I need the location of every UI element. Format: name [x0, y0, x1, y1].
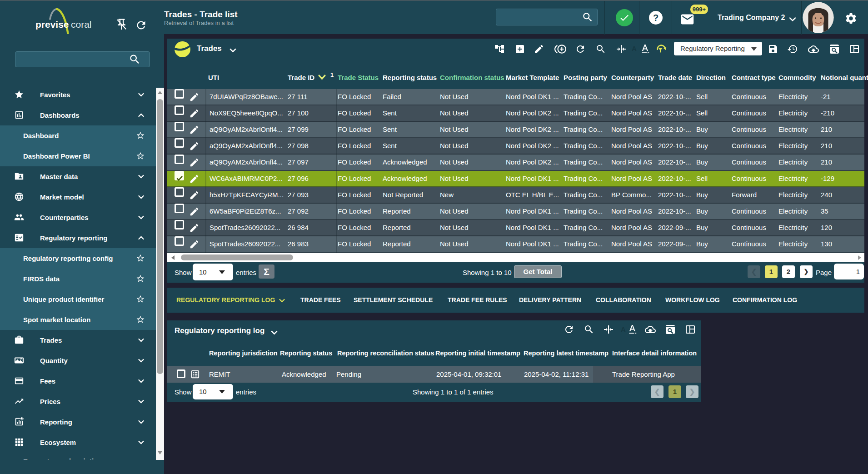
svg-text:coral: coral — [71, 19, 92, 30]
svg-text:previse: previse — [35, 19, 69, 30]
